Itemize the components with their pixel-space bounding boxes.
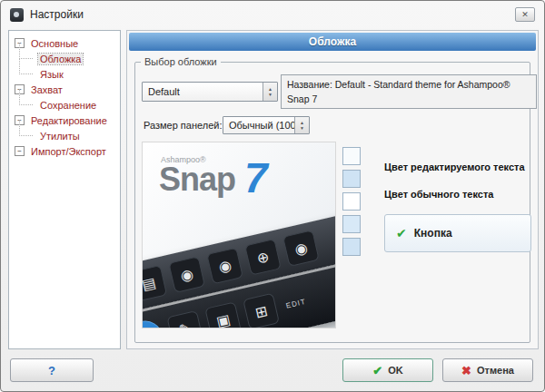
color-swatch xyxy=(342,215,361,233)
spin-down-icon: ▼ xyxy=(300,126,304,131)
title-bar: Настройки ✕ xyxy=(1,1,544,28)
spin-down-icon: ▼ xyxy=(268,93,272,97)
tree-item-label: Редактирование xyxy=(29,115,109,126)
app-icon xyxy=(10,8,24,22)
tree-item-label: Язык xyxy=(38,69,65,80)
spinner[interactable]: ▲ ▼ xyxy=(294,117,309,133)
spin-up-icon: ▲ xyxy=(268,87,272,92)
web-capture-icon: ⊕ xyxy=(244,239,282,276)
sample-button-label: Кнопка xyxy=(414,227,452,240)
theme-info: Название: Default - Standard theme for A… xyxy=(281,74,537,109)
window-title: Настройки xyxy=(30,8,84,21)
theme-preview: Ashampoo® Snap 7 ▤ ◉ ◉ ⊕ ◉ ◷ ✎ ▣ ⊞ xyxy=(142,142,336,328)
color-swatch xyxy=(342,170,361,188)
camera-icon: ◉ xyxy=(206,248,243,285)
camera-icon: ◉ xyxy=(282,230,320,267)
tree-item-label: Импорт/Экспорт xyxy=(29,146,108,157)
content-panel: Обложка Выбор обложки Default ▲ ▼ Назван… xyxy=(126,30,539,349)
theme-groupbox: Выбор обложки Default ▲ ▼ Название: Defa… xyxy=(134,56,530,343)
tree-item-import-export[interactable]: − Импорт/Экспорт xyxy=(11,143,118,159)
panel-icon: ▣ xyxy=(204,301,242,328)
edit-text-color-label: Цвет редактируемого текста xyxy=(384,162,525,172)
close-icon: ✕ xyxy=(521,11,529,19)
settings-window: Настройки ✕ − Основные Обложка Язык − За… xyxy=(0,0,545,392)
theme-select-value: Default xyxy=(143,86,263,97)
tree-item-yazyk[interactable]: Язык xyxy=(11,66,118,82)
edit-label: EDIT xyxy=(285,297,307,309)
check-icon: ✔ xyxy=(396,226,407,240)
tree-item-label: Основные xyxy=(29,38,80,49)
sample-button[interactable]: ✔ Кнопка xyxy=(384,214,531,252)
groupbox-title: Выбор обложки xyxy=(141,56,221,67)
brand-7-label: 7 xyxy=(244,153,268,202)
timer-icon: ◷ xyxy=(142,318,166,328)
cancel-button[interactable]: ✖ Отмена xyxy=(442,358,533,382)
cancel-button-label: Отмена xyxy=(477,365,514,376)
ok-button-label: OK xyxy=(388,365,403,376)
color-swatch xyxy=(342,192,361,211)
ok-button[interactable]: ✔ OK xyxy=(342,358,433,382)
theme-info-author: Автор: Handcrafted by Sebastian Strzelec… xyxy=(287,107,530,110)
brand-snap-label: Snap xyxy=(159,161,235,199)
color-swatch xyxy=(342,147,361,165)
tree-item-sokhranenie[interactable]: Сохранение xyxy=(11,97,118,113)
panel-size-value: Обычный (100% xyxy=(223,120,294,131)
tree-item-label: Сохранение xyxy=(38,100,98,111)
theme-select[interactable]: Default ▲ ▼ xyxy=(142,82,278,102)
film-icon: ▤ xyxy=(142,265,167,302)
ok-check-icon: ✔ xyxy=(372,364,382,377)
help-icon: ? xyxy=(48,364,55,377)
spin-up-icon: ▲ xyxy=(300,121,304,125)
brand-logo: Snap 7 xyxy=(159,161,268,202)
theme-info-name: Название: Default - Standard theme for A… xyxy=(287,78,530,107)
cancel-cross-icon: ✖ xyxy=(461,364,471,377)
tree-item-label: Обложка xyxy=(38,54,83,64)
panel-size-select[interactable]: Обычный (100% ▲ ▼ xyxy=(223,116,310,134)
close-button[interactable]: ✕ xyxy=(515,7,535,22)
spinner[interactable]: ▲ ▼ xyxy=(263,83,277,101)
pen-icon: ✎ xyxy=(166,310,203,328)
settings-tree: − Основные Обложка Язык − Захват Сохране… xyxy=(8,30,121,349)
page-title: Обложка xyxy=(129,33,536,51)
color-swatch xyxy=(342,238,361,256)
normal-text-color-label: Цвет обычного текста xyxy=(384,189,493,200)
tree-item-label: Захват xyxy=(29,84,64,95)
camera-icon: ◉ xyxy=(168,256,205,293)
grid-icon: ⊞ xyxy=(243,293,280,328)
panel-size-label: Размер панелей: xyxy=(144,120,223,131)
help-button[interactable]: ? xyxy=(10,358,94,382)
tree-item-utility[interactable]: Утилиты xyxy=(11,128,118,143)
tree-item-label: Утилиты xyxy=(38,131,82,142)
collapse-icon[interactable]: − xyxy=(15,146,25,156)
